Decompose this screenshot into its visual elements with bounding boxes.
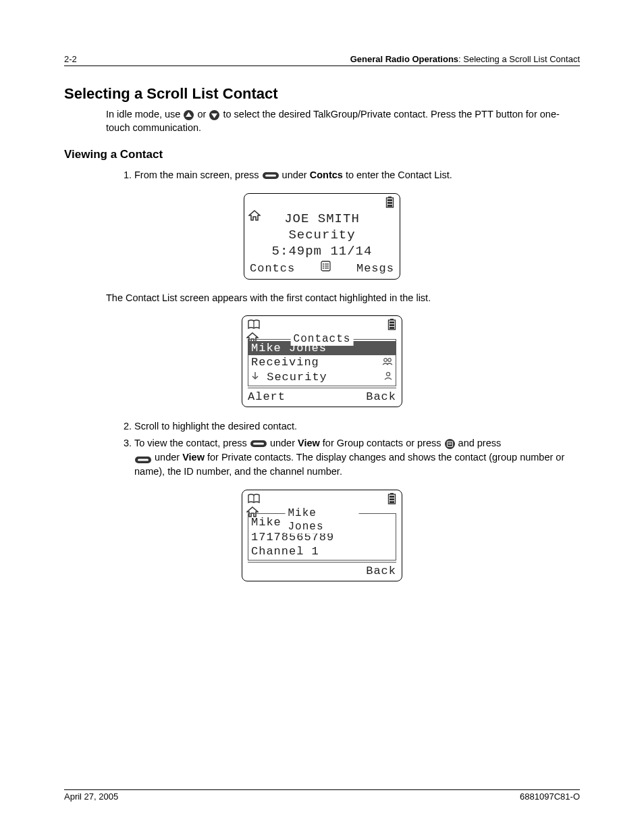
footer-date: April 27, 2005: [64, 791, 118, 802]
svg-point-27: [388, 359, 392, 362]
book-icon: [248, 494, 260, 508]
step1-bold: Contcs: [310, 170, 343, 180]
nav-up-icon: [183, 109, 194, 121]
battery-icon: [387, 319, 396, 334]
contacts-box: Contacts Mike Jones Receiving Security: [248, 339, 396, 386]
step3-view2: View: [182, 452, 205, 463]
step-2: Scroll to highlight the desired contact.: [134, 419, 580, 434]
softkey-right-label: Mesgs: [356, 261, 394, 276]
svg-point-13: [323, 263, 324, 265]
svg-marker-11: [249, 211, 260, 220]
page-footer: April 27, 2005 6881097C81-O: [64, 789, 580, 802]
group-icon: [382, 355, 393, 369]
svg-point-17: [323, 267, 324, 269]
detail-box: Mike Jones Mike Jones 17178565789 Channe…: [248, 513, 396, 561]
softkey-left-label: Alert: [248, 390, 286, 404]
svg-point-15: [323, 265, 324, 267]
breadcrumb: General Radio Operations: Selecting a Sc…: [350, 54, 580, 64]
device-screen-contacts: Contacts Mike Jones Receiving Security: [242, 315, 402, 407]
step3-a: To view the contact, press: [134, 438, 250, 448]
svg-rect-43: [390, 501, 394, 503]
scroll-down-arrow-icon: [251, 370, 259, 384]
battery-icon: [387, 493, 396, 509]
battery-icon: [385, 197, 394, 212]
svg-rect-10: [387, 205, 392, 207]
contact-row-3-name: Security: [267, 371, 327, 384]
detail-row-channel: Channel 1: [248, 544, 396, 558]
svg-rect-41: [390, 496, 394, 498]
document-page: 2-2 General Radio Operations: Selecting …: [0, 0, 644, 834]
contacts-box-title: Contacts: [291, 332, 354, 346]
step3-view1: View: [298, 438, 320, 448]
step-3: To view the contact, press under View fo…: [134, 436, 580, 479]
softkey-right-label: Back: [366, 390, 396, 404]
steps-list: From the main screen, press under Contcs…: [64, 168, 580, 182]
home-line-time: 5:49pm 11/14: [248, 244, 396, 260]
svg-point-29: [386, 372, 390, 375]
steps-list-continued: Scroll to highlight the desired contact.…: [64, 419, 580, 479]
step3-c: for Group contacts or press: [323, 438, 444, 448]
device-screen-contact-detail: Mike Jones Mike Jones 17178565789 Channe…: [242, 490, 402, 581]
svg-rect-5: [265, 175, 276, 177]
section-heading: Selecting a Scroll List Contact: [64, 85, 580, 103]
softkey-icon: [262, 172, 279, 180]
breadcrumb-rest: : Selecting a Scroll List Contact: [458, 54, 580, 64]
subsection-heading: Viewing a Contact: [64, 148, 580, 161]
softkey-right-label: Back: [366, 564, 396, 578]
breadcrumb-section: General Radio Operations: [350, 54, 458, 64]
contact-row-3: Security: [248, 370, 396, 384]
step1-post: to enter the Contact List.: [346, 170, 452, 180]
menu-icon: [321, 261, 331, 276]
device-screen-home: JOE SMITH Security 5:49pm 11/14 Contcs M…: [244, 193, 400, 280]
step3-b: under: [270, 438, 298, 448]
detail-box-title: Mike Jones: [286, 506, 359, 533]
footer-docno: 6881097C81-O: [520, 791, 580, 802]
detail-channel: Channel 1: [251, 544, 319, 558]
softkey-left-label: Contcs: [250, 261, 295, 276]
svg-rect-9: [387, 202, 392, 204]
nav-down-icon: [209, 109, 220, 121]
detail-softkey-row: Back: [246, 564, 398, 578]
step1-pre: From the main screen, press: [134, 170, 262, 180]
svg-rect-22: [390, 321, 394, 323]
svg-rect-8: [387, 199, 392, 201]
svg-point-26: [384, 359, 387, 362]
svg-rect-37: [138, 459, 149, 461]
svg-rect-42: [390, 498, 394, 500]
svg-rect-31: [253, 443, 264, 445]
page-number: 2-2: [64, 54, 77, 64]
softkey-icon: [134, 456, 152, 464]
intro-text-pre: In idle mode, use: [106, 109, 183, 120]
book-icon: [248, 319, 260, 334]
ok-menu-icon: [444, 438, 456, 450]
person-icon: [383, 370, 393, 384]
home-icon: [248, 211, 261, 224]
home-softkey-row: Contcs Mesgs: [248, 261, 396, 276]
softkey-icon: [250, 440, 267, 448]
contact-row-2-name: Receiving: [251, 355, 319, 369]
step3-e: under: [155, 452, 182, 463]
intro-text-mid: or: [198, 109, 209, 120]
contact-row-2: Receiving: [248, 355, 396, 369]
svg-rect-24: [390, 327, 394, 329]
intro-paragraph: In idle mode, use or to select the desir…: [64, 108, 580, 134]
step3-d: and press: [458, 438, 502, 448]
svg-rect-23: [390, 324, 394, 326]
page-header: 2-2 General Radio Operations: Selecting …: [64, 54, 580, 66]
step-1: From the main screen, press under Contcs…: [134, 168, 580, 182]
home-line-group: Security: [248, 228, 396, 244]
step1-mid: under: [282, 170, 310, 180]
after-step-1-text: The Contact List screen appears with the…: [106, 292, 580, 305]
contacts-softkey-row: Alert Back: [246, 390, 398, 404]
